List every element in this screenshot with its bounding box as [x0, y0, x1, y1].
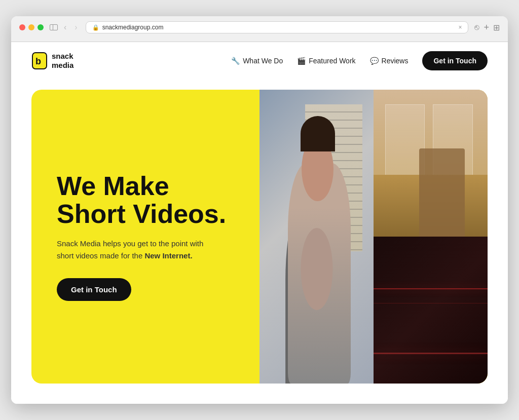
maximize-button[interactable] — [38, 24, 44, 30]
url-text: snackmediagroup.com — [102, 24, 164, 31]
logo-icon: b — [31, 52, 48, 70]
logo-text: snack media — [52, 52, 73, 70]
nav-featured-work[interactable]: 🎬 Featured Work — [297, 57, 355, 65]
close-button[interactable] — [19, 24, 25, 30]
browser-window: ‹ › 🔒 snackmediagroup.com × ⎋ + ⊞ — [11, 16, 508, 404]
traffic-lights — [19, 24, 44, 30]
video-thumb-person[interactable] — [260, 90, 374, 384]
hero-title: We Make Short Videos. — [57, 172, 234, 227]
hero-inner: We Make Short Videos. Snack Media helps … — [31, 90, 488, 384]
hero-get-in-touch-button[interactable]: Get in Touch — [57, 278, 131, 301]
logo[interactable]: b snack media — [31, 52, 73, 70]
lock-icon: 🔒 — [92, 24, 99, 31]
chat-icon: 💬 — [370, 57, 379, 65]
share-button[interactable]: ⎋ — [474, 23, 479, 32]
wrench-icon: 🔧 — [231, 57, 240, 65]
tab-close-button[interactable]: × — [458, 24, 462, 31]
back-button[interactable]: ‹ — [62, 22, 68, 33]
chrome-controls: ‹ › — [50, 22, 80, 33]
nav-get-in-touch-button[interactable]: Get in Touch — [422, 51, 488, 70]
sidebar-toggle-button[interactable] — [50, 24, 58, 30]
film-icon: 🎬 — [297, 57, 306, 65]
hero-section: We Make Short Videos. Snack Media helps … — [11, 80, 508, 404]
nav-reviews[interactable]: 💬 Reviews — [370, 57, 409, 65]
hero-subtitle: Snack Media helps you get to the point w… — [57, 238, 219, 262]
browser-actions: ⎋ + ⊞ — [474, 22, 500, 33]
navbar: b snack media 🔧 What We Do 🎬 Featured Wo… — [11, 42, 508, 80]
video-thumb-dark[interactable] — [374, 237, 488, 384]
hero-video-grid — [260, 90, 488, 384]
minimize-button[interactable] — [28, 24, 34, 30]
browser-chrome: ‹ › 🔒 snackmediagroup.com × ⎋ + ⊞ — [11, 16, 508, 42]
svg-text:b: b — [35, 56, 41, 66]
website: b snack media 🔧 What We Do 🎬 Featured Wo… — [11, 42, 508, 404]
hero-left: We Make Short Videos. Snack Media helps … — [31, 90, 260, 384]
nav-what-we-do[interactable]: 🔧 What We Do — [231, 57, 283, 65]
forward-button[interactable]: › — [72, 22, 79, 33]
grid-view-button[interactable]: ⊞ — [493, 23, 500, 32]
new-tab-button[interactable]: + — [484, 22, 489, 33]
nav-links: 🔧 What We Do 🎬 Featured Work 💬 Reviews G… — [231, 51, 488, 70]
video-thumb-interior[interactable] — [374, 90, 488, 237]
address-bar[interactable]: 🔒 snackmediagroup.com × — [86, 21, 469, 33]
